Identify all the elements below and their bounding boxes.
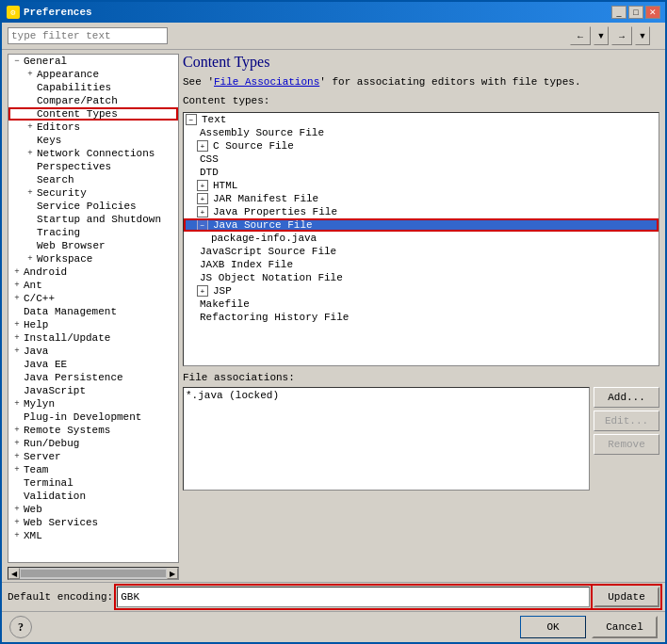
ct-item-makefile[interactable]: Makefile	[184, 298, 659, 311]
tree-item-editors[interactable]: + Editors	[8, 121, 178, 134]
tree-item-security[interactable]: + Security	[8, 186, 178, 200]
scroll-left-button[interactable]: ◀	[8, 568, 20, 579]
ok-button[interactable]: OK	[520, 616, 586, 638]
tree-item-android[interactable]: + Android	[8, 266, 178, 279]
tree-item-web-browser[interactable]: Web Browser	[8, 239, 178, 252]
tree-item-plugin-dev[interactable]: Plug-in Development	[8, 411, 178, 424]
ct-item-dtd[interactable]: DTD	[184, 166, 659, 179]
tree-item-keys[interactable]: Keys	[8, 134, 178, 147]
ct-expander-java-properties[interactable]: +	[197, 206, 208, 217]
tree-item-install-update[interactable]: + Install/Update	[8, 331, 178, 345]
ct-item-jar-manifest[interactable]: + JAR Manifest File	[184, 192, 659, 205]
ct-item-c-source[interactable]: + C Source File	[184, 139, 659, 153]
add-button[interactable]: Add...	[594, 387, 659, 408]
tree-item-server[interactable]: + Server	[8, 450, 178, 463]
expander-web[interactable]: +	[12, 505, 22, 514]
tree-item-run-debug[interactable]: + Run/Debug	[8, 437, 178, 450]
expander-server[interactable]: +	[12, 452, 22, 461]
scroll-right-button[interactable]: ▶	[167, 568, 178, 579]
expander-team[interactable]: +	[12, 465, 22, 475]
tree-item-search[interactable]: Search	[8, 173, 178, 186]
ct-item-js-notation[interactable]: JS Object Notation File	[184, 271, 659, 284]
ct-expander-text[interactable]: −	[186, 114, 197, 125]
expander-general[interactable]: −	[12, 56, 22, 66]
ct-expander-c-source[interactable]: +	[197, 140, 208, 152]
expander-security[interactable]: +	[25, 188, 35, 198]
encoding-input[interactable]	[117, 587, 590, 607]
ct-item-package-info[interactable]: package-info.java	[184, 232, 659, 245]
list-item[interactable]: *.java (locked)	[186, 390, 587, 401]
help-button[interactable]: ?	[9, 616, 32, 638]
tree-item-validation[interactable]: Validation	[8, 490, 178, 503]
tree-item-web-services[interactable]: + Web Services	[8, 516, 178, 529]
tree-item-content-types[interactable]: Content Types	[8, 107, 178, 121]
nav-back-button[interactable]: ←	[570, 26, 591, 45]
tree-item-service-policies[interactable]: Service Policies	[8, 200, 178, 213]
ct-item-refactoring-history[interactable]: Refactoring History File	[184, 311, 659, 324]
tree-item-network-connections[interactable]: + Network Connections	[8, 147, 178, 160]
ct-expander-jsp[interactable]: +	[197, 285, 208, 297]
ct-item-jsp[interactable]: + JSP	[184, 284, 659, 298]
ct-expander-java-source[interactable]: −	[197, 219, 208, 231]
tree-item-workspace[interactable]: + Workspace	[8, 252, 178, 266]
ct-item-html[interactable]: + HTML	[184, 179, 659, 192]
ct-expander-html[interactable]: +	[197, 180, 208, 191]
tree-item-startup-shutdown[interactable]: Startup and Shutdown	[8, 213, 178, 226]
expander-ant[interactable]: +	[12, 281, 22, 290]
remove-button[interactable]: Remove	[594, 434, 659, 455]
expander-install-update[interactable]: +	[12, 333, 22, 343]
expander-appearance[interactable]: +	[25, 70, 35, 79]
tree-item-data-mgmt[interactable]: Data Management	[8, 305, 178, 318]
expander-web-services[interactable]: +	[12, 518, 22, 527]
expander-editors[interactable]: +	[25, 122, 35, 132]
expander-java[interactable]: +	[12, 346, 22, 356]
expander-mylyn[interactable]: +	[12, 399, 22, 409]
cancel-button[interactable]: Cancel	[592, 616, 658, 638]
expander-help[interactable]: +	[12, 320, 22, 330]
expander-xml[interactable]: +	[12, 531, 22, 540]
ct-item-java-source[interactable]: − Java Source File	[184, 218, 659, 232]
nav-dropdown-button[interactable]: ▼	[635, 26, 650, 45]
expander-network-connections[interactable]: +	[25, 149, 35, 158]
ct-item-java-properties[interactable]: + Java Properties File	[184, 205, 659, 218]
tree-item-ant[interactable]: + Ant	[8, 279, 178, 292]
ct-item-text[interactable]: − Text	[184, 113, 659, 126]
maximize-button[interactable]: □	[628, 6, 643, 19]
tree-item-remote-systems[interactable]: + Remote Systems	[8, 424, 178, 437]
tree-item-java-persistence[interactable]: Java Persistence	[8, 371, 178, 384]
ct-item-jaxb-index[interactable]: JAXB Index File	[184, 258, 659, 271]
file-assoc-list[interactable]: *.java (locked)	[183, 387, 590, 491]
tree-item-capabilities[interactable]: Capabilities	[8, 81, 178, 94]
minimize-button[interactable]: _	[611, 6, 626, 19]
ct-expander-jar-manifest[interactable]: +	[197, 193, 208, 204]
tree-item-terminal[interactable]: Terminal	[8, 476, 178, 490]
expander-workspace[interactable]: +	[25, 254, 35, 264]
tree-item-web[interactable]: + Web	[8, 503, 178, 516]
ct-item-assembly-source[interactable]: Assembly Source File	[184, 126, 659, 139]
ct-item-css[interactable]: CSS	[184, 153, 659, 166]
update-button[interactable]: Update	[594, 587, 659, 607]
edit-button[interactable]: Edit...	[594, 411, 659, 431]
tree-item-compare-patch[interactable]: Compare/Patch	[8, 94, 178, 107]
nav-forward-button[interactable]: →	[611, 26, 632, 45]
close-button[interactable]: ✕	[645, 6, 660, 19]
expander-cpp[interactable]: +	[12, 294, 22, 303]
expander-remote-systems[interactable]: +	[12, 426, 22, 435]
nav-menu-button[interactable]: ▼	[594, 26, 609, 45]
horizontal-scrollbar[interactable]: ◀ ▶	[8, 567, 179, 580]
ct-item-javascript-source[interactable]: JavaScript Source File	[184, 245, 659, 258]
tree-item-xml[interactable]: + XML	[8, 529, 178, 542]
expander-android[interactable]: +	[12, 267, 22, 277]
tree-item-help[interactable]: + Help	[8, 318, 178, 331]
content-types-tree[interactable]: − Text Assembly Source File + C Source F…	[183, 112, 659, 366]
expander-run-debug[interactable]: +	[12, 439, 22, 448]
tree-item-cpp[interactable]: + C/C++	[8, 292, 178, 305]
tree-item-general[interactable]: − General	[8, 55, 178, 68]
tree-item-team[interactable]: + Team	[8, 463, 178, 476]
tree-item-java[interactable]: + Java	[8, 345, 178, 358]
tree-item-javascript[interactable]: JavaScript	[8, 384, 178, 397]
tree-item-mylyn[interactable]: + Mylyn	[8, 397, 178, 411]
file-associations-link[interactable]: File Associations	[214, 76, 319, 88]
filter-input[interactable]	[8, 27, 168, 44]
tree-item-java-ee[interactable]: Java EE	[8, 358, 178, 371]
